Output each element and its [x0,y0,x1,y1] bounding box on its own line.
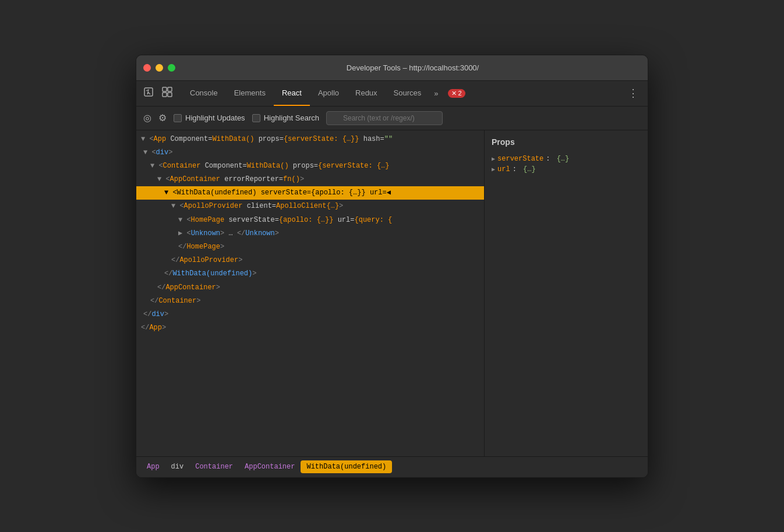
breadcrumb-bar: App div Container AppContainer WithData(… [136,456,648,477]
prop-value: {…} [557,155,570,163]
window-title: Developer Tools – http://localhost:3000/ [185,63,641,72]
tree-row[interactable]: </AppContainer> [136,281,484,295]
svg-rect-2 [168,87,172,91]
maximize-button[interactable] [168,64,175,72]
highlight-updates-label: Highlight Updates [185,114,245,122]
tree-row[interactable]: </App> [136,321,484,335]
error-badge: ✕ 2 [448,89,465,98]
svg-rect-0 [144,88,153,96]
target-icon[interactable]: ◎ [143,112,151,123]
titlebar: Developer Tools – http://localhost:3000/ [136,55,648,81]
breadcrumb-item-div[interactable]: div [165,460,190,473]
tree-row[interactable]: ▼ <div> [136,146,484,159]
tab-console[interactable]: Console [182,80,226,106]
tree-row[interactable]: </HomePage> [136,240,484,254]
error-count: 2 [458,90,462,97]
minimize-button[interactable] [156,64,163,72]
inspect-icon[interactable] [160,84,175,102]
breadcrumb-item-container[interactable]: Container [189,460,239,473]
prop-key: url [497,165,510,173]
tree-row-selected[interactable]: ▼ <WithData(undefined) serverState={apol… [136,186,484,200]
highlight-search-box[interactable] [252,114,260,122]
more-tabs-button[interactable]: » [429,89,443,98]
svg-rect-1 [163,87,167,91]
highlight-updates-box[interactable] [174,114,182,122]
prop-key: serverState [497,155,543,163]
props-title: Props [492,137,641,147]
tab-apollo[interactable]: Apollo [310,80,347,106]
search-wrapper: 🔍 [326,111,443,125]
props-panel: Props ▶ serverState : {…} ▶ url : {…} [485,130,648,456]
tree-row[interactable]: ▼ <AppContainer errorReporter=fn()> [136,173,484,186]
tab-sources[interactable]: Sources [386,80,430,106]
traffic-lights [143,64,175,72]
prop-value: {…} [523,165,536,173]
close-button[interactable] [143,64,151,72]
prop-row[interactable]: ▶ serverState : {…} [492,154,641,164]
highlight-search-label: Highlight Search [264,114,319,122]
tree-row[interactable]: </div> [136,308,484,321]
devtools-window: Developer Tools – http://localhost:3000/ [136,55,648,478]
gear-icon[interactable]: ⚙ [158,112,167,123]
cursor-icon[interactable] [141,84,156,102]
tab-redux[interactable]: Redux [347,80,386,106]
search-input[interactable] [326,111,443,125]
tree-row[interactable]: </Container> [136,295,484,308]
content-area: ▼ <App Component=WithData() props={serve… [136,130,648,456]
menu-button[interactable]: ⋮ [623,87,643,100]
prop-arrow: ▶ [492,155,495,162]
error-icon: ✕ [451,90,457,97]
tree-row[interactable]: ▼ <Container Component=WithData() props=… [136,159,484,173]
svg-rect-3 [163,93,167,97]
tabs-bar: Console Elements React Apollo Redux Sour… [136,81,648,107]
tree-row[interactable]: ▼ <ApolloProvider client=ApolloClient{…}… [136,200,484,213]
tab-elements[interactable]: Elements [226,80,274,106]
highlight-search-checkbox[interactable]: Highlight Search [252,114,319,122]
prop-row[interactable]: ▶ url : {…} [492,164,641,175]
breadcrumb-item-app[interactable]: App [141,460,165,473]
tree-panel[interactable]: ▼ <App Component=WithData() props={serve… [136,130,485,456]
tab-react[interactable]: React [274,80,310,106]
breadcrumb-item-withdata[interactable]: WithData(undefined) [301,460,392,473]
tree-row[interactable]: ▼ <App Component=WithData() props={serve… [136,133,484,146]
tree-row[interactable]: ▶ <Unknown> … </Unknown> [136,227,484,240]
toolbar: ◎ ⚙ Highlight Updates Highlight Search 🔍 [136,107,648,130]
tree-row[interactable]: ▼ <HomePage serverState={apollo: {…}} ur… [136,214,484,227]
tree-row[interactable]: </WithData(undefined)> [136,267,484,281]
svg-rect-4 [168,93,172,97]
devtools-icons [141,84,175,102]
prop-arrow: ▶ [492,166,495,173]
tree-row[interactable]: </ApolloProvider> [136,254,484,267]
highlight-updates-checkbox[interactable]: Highlight Updates [174,114,245,122]
breadcrumb-item-appcontainer[interactable]: AppContainer [239,460,301,473]
